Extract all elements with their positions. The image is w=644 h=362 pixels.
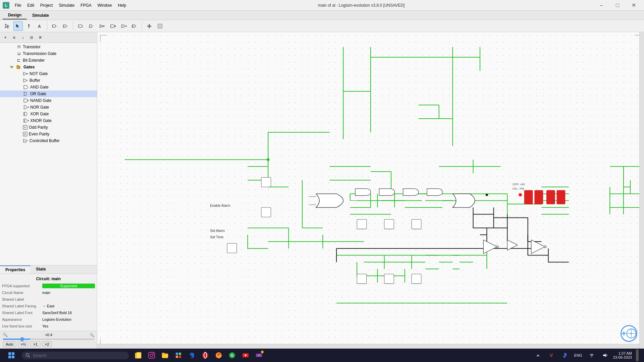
svg-rect-166 [149,352,155,358]
odd-parity-icon: P [23,125,28,130]
tree-group-gates[interactable]: Gates [0,64,97,70]
menu-simulate[interactable]: Simulate [56,2,77,9]
tray-chevron[interactable] [533,350,543,361]
tray-lang[interactable]: ENG [573,350,584,361]
tree-item-not-gate[interactable]: NOT Gate [0,70,97,77]
tool-nand[interactable] [108,21,117,31]
tree-item-bit-extender[interactable]: ⊏ Bit Extender [0,57,97,64]
tree-item-and-gate[interactable]: AND Gate [0,84,97,90]
tree-item-transistor[interactable]: ⊓ Transistor [0,44,97,50]
tree-item-odd-parity[interactable]: P Odd Parity [0,124,97,131]
tray-wifi[interactable] [586,350,597,361]
tool-arrow[interactable] [13,21,23,31]
taskbar-right: V ENG [533,349,639,361]
shared-label-font-label: Shared Label Font [2,311,42,315]
tree-item-nor-gate[interactable]: NOR Gate [0,104,97,111]
close-button[interactable]: ✕ [626,0,641,11]
navigation-compass[interactable] [621,325,637,342]
menu-help[interactable]: Help [115,2,129,9]
menu-project[interactable]: Project [38,2,55,9]
svg-marker-5 [28,24,30,25]
tool-text[interactable]: A [35,21,44,31]
zoom-1x-btn[interactable]: ×1 [30,341,41,347]
tool-gate1[interactable] [50,21,59,31]
tool-or[interactable] [87,21,96,31]
gates-open-icon [16,65,21,69]
taskbar-icon-files[interactable] [133,350,144,361]
search-box[interactable] [21,352,129,359]
opera-icon [202,352,209,359]
tree-item-nand-gate[interactable]: NAND Gate [0,97,97,104]
menu-fpga[interactable]: FPGA [78,2,94,9]
sidebar-add-btn[interactable]: + [1,34,9,42]
search-input[interactable] [33,353,120,358]
sidebar-list-btn[interactable]: ≡ [10,34,18,42]
tab-properties[interactable]: Properties [0,265,31,274]
svg-rect-158 [8,352,11,355]
tool-xor[interactable] [129,21,139,31]
sidebar-circle-btn[interactable]: ⊙ [28,34,36,42]
tool-and[interactable] [76,21,85,31]
tool-extend[interactable] [24,21,34,31]
tab-design[interactable]: Design [3,11,27,19]
taskbar-icon-folder[interactable] [160,350,170,361]
tool-select[interactable] [3,21,12,31]
minimize-button[interactable]: – [594,0,609,11]
maximize-button[interactable]: □ [610,0,625,11]
tree-item-transmission-gate[interactable]: ⊔ Transmission Gate [0,50,97,57]
windows-icon [8,352,15,359]
tree-item-xnor-gate[interactable]: XNOR Gate [0,117,97,124]
taskbar-icon-gaming[interactable]: 1 [254,350,264,361]
taskbar-icon-green-app[interactable]: G [227,350,237,361]
menu-edit[interactable]: Edit [24,2,37,9]
tray-icon-v[interactable]: V [546,350,557,361]
sidebar-close-btn[interactable]: ✕ [36,34,44,42]
tool-nor[interactable] [119,21,128,31]
zoom-half-btn[interactable]: ×½ [18,341,29,347]
tree-item-or-gate[interactable]: OR Gate [0,90,97,97]
svg-marker-121 [483,240,497,254]
taskbar-icon-instagram[interactable] [146,350,157,361]
zoom-auto-btn[interactable]: Auto [3,341,16,347]
horizontal-scrollbar[interactable] [97,344,639,349]
svg-rect-130 [412,220,421,229]
tool-not[interactable] [97,21,107,31]
vertical-scrollbar[interactable] [639,32,644,349]
taskbar-icon-edge[interactable] [186,350,197,361]
zoom-2x-btn[interactable]: ×2 [42,341,52,347]
zoom-slider[interactable] [3,339,94,340]
start-button[interactable] [5,349,17,361]
taskbar-icon-opera[interactable] [200,350,211,361]
zoom-out-icon[interactable]: 🔍 [3,333,8,337]
sep3 [142,22,142,30]
tree-item-buffer[interactable]: Buffer [0,77,97,84]
file-explorer-icon [135,352,142,359]
svg-marker-16 [149,24,150,25]
menu-file[interactable]: File [12,2,24,9]
tree-item-xor-gate[interactable]: XOR Gate [0,111,97,117]
tray-volume[interactable] [600,350,610,361]
show-desktop-btn[interactable] [636,349,639,361]
zoom-in-icon[interactable]: 🔍 [90,333,94,337]
tool-gate2[interactable] [61,21,70,31]
tree-item-even-parity[interactable]: E Even Parity [0,131,97,137]
main-area: + ≡ ↓ ⊙ ✕ ⊓ Transistor ⊔ Transmission Ga… [0,32,644,349]
taskbar-icon-firefox[interactable] [213,350,224,361]
svg-marker-184 [536,354,540,356]
taskbar-icon-microsoft-store[interactable] [173,350,184,361]
time-display[interactable]: 1:37 AM 23-06-2023 [613,351,632,359]
tab-simulate[interactable]: Simulate [27,12,54,19]
taskbar-icon-youtube[interactable] [240,350,251,361]
svg-marker-23 [10,66,14,69]
svg-text:P: P [24,126,26,129]
props-row-shared-label: Shared Label [0,296,97,303]
sidebar-down-btn[interactable]: ↓ [19,34,27,42]
menu-window[interactable]: Window [95,2,115,9]
tool-move[interactable] [145,21,154,31]
tool-zoom[interactable] [155,21,165,31]
tree-item-controlled-buffer[interactable]: Controlled Buffer [0,137,97,144]
tab-state[interactable]: State [31,265,51,274]
circuit-canvas[interactable]: Enable Alarm Set Alarm Set Time OFF: AM … [97,32,644,349]
tray-bluetooth[interactable] [559,350,570,361]
svg-marker-17 [149,27,150,28]
